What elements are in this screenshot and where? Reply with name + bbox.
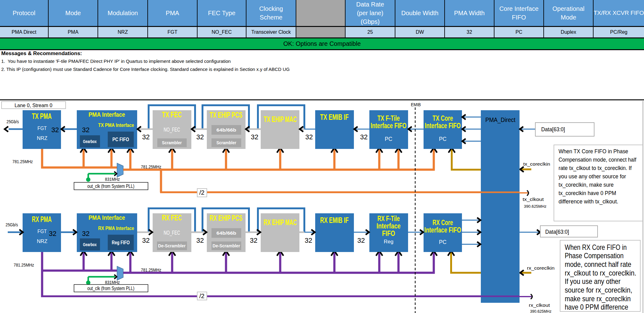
svg-text:PMA_Direct: PMA_Direct	[485, 116, 516, 124]
svg-text:32: 32	[251, 133, 258, 141]
svg-text:Compensation mode, connect hal: Compensation mode, connect half	[559, 156, 637, 163]
svg-text:When RX Core FIFO in: When RX Core FIFO in	[565, 243, 627, 251]
svg-text:FGT: FGT	[37, 126, 47, 131]
svg-text:25Gb/s: 25Gb/s	[7, 119, 19, 124]
svg-text:PC FIFO: PC FIFO	[112, 137, 129, 142]
svg-text:/2: /2	[199, 293, 205, 299]
svg-text:RX EHIP MAC: RX EHIP MAC	[264, 218, 297, 227]
svg-text:PMA Interface: PMA Interface	[89, 111, 125, 118]
svg-text:PC: PC	[385, 136, 392, 142]
svg-text:tx_coreclkin: tx_coreclkin	[523, 161, 550, 167]
svg-text:make sure rx_coreclkin: make sure rx_coreclkin	[565, 294, 631, 303]
svg-text:De-Scrambler: De-Scrambler	[158, 243, 186, 248]
svg-text:32: 32	[305, 237, 312, 244]
svg-text:32: 32	[49, 230, 56, 237]
svg-text:PC: PC	[439, 239, 446, 245]
svg-text:NRZ: NRZ	[37, 239, 47, 244]
svg-text:out_clk (from System PLL): out_clk (from System PLL)	[87, 184, 134, 189]
svg-text:TX FEC: TX FEC	[162, 110, 182, 119]
svg-text:RX EHIP PCS: RX EHIP PCS	[210, 214, 242, 222]
svg-text:mode, connect half rate: mode, connect half rate	[565, 260, 631, 268]
svg-text:32: 32	[305, 133, 313, 141]
svg-text:TX PMA Interface: TX PMA Interface	[98, 122, 134, 128]
svg-text:32: 32	[357, 237, 365, 244]
svg-text:64b/66b: 64b/66b	[216, 128, 236, 133]
svg-text:EMIB: EMIB	[411, 102, 421, 107]
svg-text:PC: PC	[439, 136, 446, 142]
svg-text:difference with tx_clkout.: difference with tx_clkout.	[559, 198, 618, 205]
svg-text:25Gb/s: 25Gb/s	[6, 222, 18, 227]
svg-text:32: 32	[142, 133, 150, 141]
svg-text:781.25MHz: 781.25MHz	[14, 262, 34, 267]
svg-text:TX EHIP MAC: TX EHIP MAC	[264, 115, 297, 124]
svg-text:FGT: FGT	[37, 229, 47, 234]
svg-text:32: 32	[196, 237, 204, 244]
svg-text:Gearbox: Gearbox	[83, 242, 97, 247]
svg-text:/2: /2	[199, 189, 205, 196]
svg-text:32: 32	[360, 133, 368, 141]
svg-text:tx_coreclkin, make sure: tx_coreclkin, make sure	[559, 181, 614, 188]
svg-text:have 0 PPM difference: have 0 PPM difference	[565, 303, 628, 311]
svg-text:390.625MHz: 390.625MHz	[524, 204, 546, 209]
svg-text:PMA Interface: PMA Interface	[89, 214, 125, 221]
svg-text:32: 32	[82, 126, 89, 134]
svg-text:Interface: Interface	[376, 222, 401, 230]
svg-text:rx_clkout to rx_coreclkin.: rx_clkout to rx_coreclkin.	[565, 269, 636, 277]
svg-text:you use any other source for: you use any other source for	[559, 173, 626, 180]
svg-text:TX EHIP PCS: TX EHIP PCS	[210, 111, 242, 119]
svg-text:64b/66b: 64b/66b	[216, 231, 236, 236]
svg-text:NO_FEC: NO_FEC	[164, 230, 180, 236]
svg-text:32: 32	[142, 237, 150, 244]
svg-text:831MHz: 831MHz	[105, 280, 120, 285]
svg-text:tx_coreclkin have 0 PPM: tx_coreclkin have 0 PPM	[559, 190, 616, 197]
svg-text:Scrambler: Scrambler	[216, 140, 237, 145]
svg-text:Interface FIFO: Interface FIFO	[425, 122, 461, 130]
svg-text:781.25MHz: 781.25MHz	[141, 164, 161, 169]
svg-text:Interface FIFO: Interface FIFO	[424, 226, 461, 234]
svg-text:FIFO: FIFO	[382, 229, 395, 237]
svg-text:tx_clkout: tx_clkout	[523, 197, 544, 202]
svg-text:If you use any other: If you use any other	[565, 277, 620, 285]
svg-text:Phase Compensation: Phase Compensation	[565, 251, 624, 260]
svg-text:Reg FIFO: Reg FIFO	[112, 240, 130, 245]
svg-text:rate tx_clkout to tx_coreclkin: rate tx_clkout to tx_coreclkin. If	[559, 165, 632, 172]
svg-text:RX EMIB IF: RX EMIB IF	[320, 216, 349, 224]
svg-text:Data[63:0]: Data[63:0]	[545, 228, 569, 235]
svg-text:781.25MHz: 781.25MHz	[141, 267, 161, 272]
svg-text:TX Core: TX Core	[433, 114, 453, 122]
svg-text:Interface FIFO: Interface FIFO	[371, 122, 407, 130]
svg-text:out_clk (from System PLL): out_clk (from System PLL)	[87, 286, 134, 291]
svg-text:RX Core: RX Core	[433, 219, 453, 227]
svg-text:32: 32	[82, 230, 89, 237]
svg-text:TX F-Tile: TX F-Tile	[377, 114, 400, 122]
svg-text:RX F-Tile: RX F-Tile	[377, 215, 400, 223]
svg-text:When TX Core FIFO in Phase: When TX Core FIFO in Phase	[559, 148, 628, 154]
svg-text:TX EMIB IF: TX EMIB IF	[320, 113, 349, 121]
svg-text:32: 32	[51, 126, 59, 134]
svg-text:De-Scrambler: De-Scrambler	[213, 243, 241, 248]
svg-text:rx_clkout: rx_clkout	[529, 303, 550, 308]
svg-text:32: 32	[196, 133, 204, 141]
svg-text:32: 32	[250, 237, 257, 244]
svg-text:rx_coreclkin: rx_coreclkin	[527, 265, 555, 271]
svg-text:NO_FEC: NO_FEC	[164, 127, 180, 133]
svg-text:RX FEC: RX FEC	[162, 213, 182, 222]
svg-text:source for rx_coreclkin,: source for rx_coreclkin,	[565, 286, 632, 294]
svg-text:Gearbox: Gearbox	[83, 139, 97, 144]
svg-text:831MHz: 831MHz	[105, 177, 120, 182]
svg-text:NRZ: NRZ	[37, 136, 47, 141]
svg-text:390.625MHz: 390.625MHz	[530, 309, 551, 313]
svg-text:RX PMA: RX PMA	[32, 215, 52, 224]
svg-text:RX PMA Interface: RX PMA Interface	[98, 225, 134, 231]
svg-text:Data[63:0]: Data[63:0]	[541, 126, 565, 133]
svg-text:781.25MHz: 781.25MHz	[12, 159, 33, 164]
svg-text:TX PMA: TX PMA	[32, 111, 52, 121]
svg-text:Lane 0, Stream 0: Lane 0, Stream 0	[15, 102, 52, 108]
svg-text:Reg: Reg	[384, 239, 393, 245]
svg-text:Scrambler: Scrambler	[162, 140, 182, 145]
